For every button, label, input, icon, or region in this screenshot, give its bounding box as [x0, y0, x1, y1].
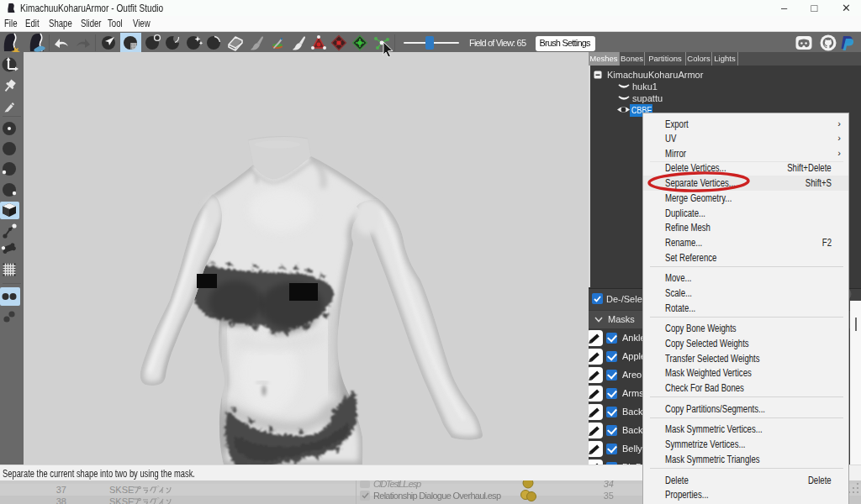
svg-text:Brush Settings: Brush Settings	[540, 38, 592, 48]
svg-text:Field of View: 65: Field of View: 65	[469, 38, 526, 48]
svg-text:38: 38	[56, 496, 66, 504]
svg-text:35: 35	[604, 491, 614, 501]
svg-text:CIDTestLL.esp: CIDTestLL.esp	[373, 480, 421, 489]
svg-text:34: 34	[604, 480, 614, 489]
svg-text:Relationship Dialogue Overhaul: Relationship Dialogue Overhaul.esp	[373, 491, 501, 501]
svg-text:37: 37	[56, 485, 66, 495]
svg-text:SKSE: SKSE	[109, 485, 134, 495]
svg-text:SKSE: SKSE	[109, 496, 134, 504]
